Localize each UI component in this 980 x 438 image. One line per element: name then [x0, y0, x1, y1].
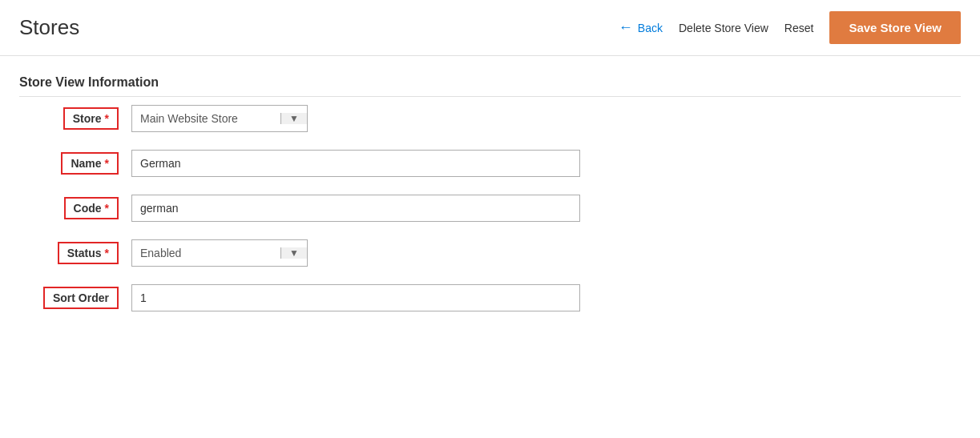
page-header: Stores ← Back Delete Store View Reset Sa… — [0, 0, 980, 56]
code-input[interactable] — [131, 195, 580, 222]
reset-button[interactable]: Reset — [784, 22, 814, 34]
section-title: Store View Information — [19, 75, 961, 97]
status-field-row: Status * Enabled Disabled ▼ — [19, 239, 961, 267]
sort-order-label: Sort Order — [43, 287, 119, 309]
save-store-view-button[interactable]: Save Store View — [829, 11, 961, 44]
code-label: Code * — [64, 197, 119, 219]
page-title: Stores — [19, 15, 619, 40]
name-required-indicator: * — [105, 157, 109, 170]
delete-store-view-button[interactable]: Delete Store View — [679, 22, 768, 34]
sort-order-label-wrap: Sort Order — [22, 287, 119, 309]
store-select[interactable]: Main Website Store — [132, 106, 280, 131]
store-field-row: Store * Main Website Store ▼ — [19, 105, 961, 132]
store-required-indicator: * — [105, 112, 109, 125]
store-label: Store * — [63, 107, 119, 130]
store-control-wrap: Main Website Store ▼ — [131, 105, 580, 132]
code-control-wrap — [131, 195, 580, 222]
code-field-row: Code * — [19, 195, 961, 222]
status-label: Status * — [58, 242, 119, 264]
status-label-text: Status — [67, 247, 102, 259]
name-control-wrap — [131, 150, 580, 177]
sort-order-field-row: Sort Order — [19, 284, 961, 311]
page-content: Store View Information Store * Main Webs… — [0, 56, 980, 356]
back-label: Back — [638, 22, 663, 34]
status-select[interactable]: Enabled Disabled — [132, 240, 280, 266]
sort-order-control-wrap — [131, 284, 580, 311]
store-select-wrap[interactable]: Main Website Store ▼ — [131, 105, 308, 132]
code-label-text: Code — [74, 202, 102, 215]
arrow-left-icon: ← — [619, 19, 633, 36]
status-select-arrow-icon: ▼ — [280, 247, 307, 259]
status-required-indicator: * — [105, 247, 109, 259]
sort-order-label-text: Sort Order — [53, 291, 109, 304]
store-select-arrow-icon: ▼ — [280, 113, 307, 124]
name-label-wrap: Name * — [22, 152, 119, 175]
store-view-form: Store * Main Website Store ▼ Name * — [19, 97, 961, 337]
code-label-wrap: Code * — [22, 197, 119, 219]
name-field-row: Name * — [19, 150, 961, 177]
name-label: Name * — [61, 152, 119, 175]
code-required-indicator: * — [105, 202, 109, 215]
name-label-text: Name — [71, 157, 101, 170]
name-input[interactable] — [131, 150, 580, 177]
back-button[interactable]: ← Back — [619, 19, 663, 36]
store-label-wrap: Store * — [22, 107, 119, 130]
header-actions: ← Back Delete Store View Reset Save Stor… — [619, 11, 961, 44]
store-label-text: Store — [73, 112, 102, 125]
status-control-wrap: Enabled Disabled ▼ — [131, 239, 580, 267]
status-select-wrap[interactable]: Enabled Disabled ▼ — [131, 239, 308, 267]
sort-order-input[interactable] — [131, 284, 580, 311]
status-label-wrap: Status * — [22, 242, 119, 264]
